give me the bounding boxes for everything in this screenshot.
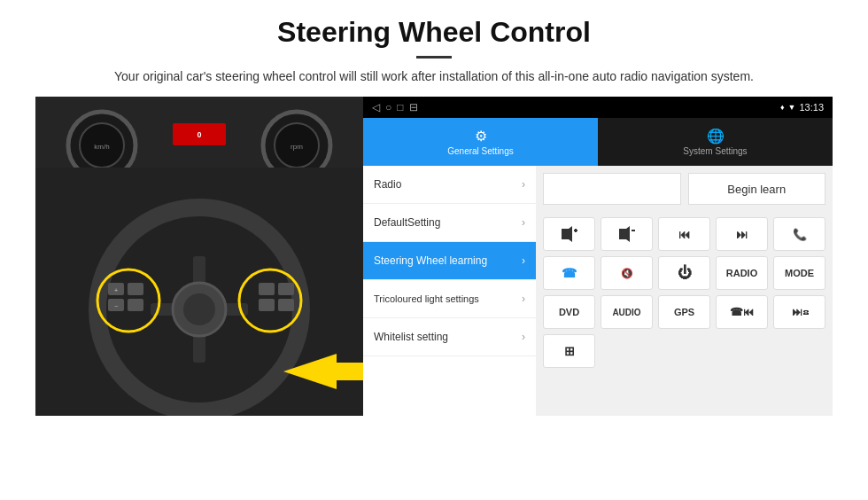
svg-text:−: − <box>114 303 118 309</box>
tab-system-settings[interactable]: 🌐 System Settings <box>598 118 833 166</box>
svg-text:+: + <box>114 287 118 293</box>
title-section: Steering Wheel Control Your original car… <box>35 16 833 86</box>
power-button[interactable]: ⏻ <box>658 256 710 290</box>
blank-input-box <box>543 173 681 205</box>
steering-wheel-photo: km/h rpm 0 <box>35 97 363 416</box>
time-display: 13:13 <box>799 102 824 113</box>
menu-item-tricoloured[interactable]: Tricoloured light settings › <box>363 280 536 318</box>
subtitle-text: Your original car's steering wheel contr… <box>35 67 833 86</box>
begin-learn-button[interactable]: Begin learn <box>688 173 826 205</box>
svg-text:km/h: km/h <box>94 143 109 151</box>
chevron-icon: › <box>522 216 525 229</box>
vol-down-button[interactable] <box>601 217 653 251</box>
next-track-button[interactable]: ⏭ <box>716 217 768 251</box>
menu-icon[interactable]: ⊟ <box>409 101 418 113</box>
tel-next-button[interactable]: ⏭☎ <box>773 295 825 329</box>
chevron-icon: › <box>522 331 525 343</box>
menu-content: Radio › DefaultSetting › Steering Wheel … <box>363 166 833 416</box>
tab-system-label: System Settings <box>683 146 747 156</box>
tab-general-label: General Settings <box>447 146 514 156</box>
mute-button[interactable]: 🔇 <box>601 256 653 290</box>
svg-rect-24 <box>259 283 275 295</box>
chevron-icon: › <box>522 293 525 305</box>
content-area: km/h rpm 0 <box>35 97 833 416</box>
home-icon[interactable]: ○ <box>385 101 391 113</box>
menu-item-radio[interactable]: Radio › <box>363 166 536 204</box>
mode-button[interactable]: MODE <box>773 256 825 290</box>
location-icon: ♦ <box>780 103 785 112</box>
svg-text:0: 0 <box>197 130 201 139</box>
menu-item-whitelist[interactable]: Whitelist setting › <box>363 318 536 356</box>
control-buttons-row2: ☎ 🔇 ⏻ RADIO MODE <box>536 256 833 295</box>
control-buttons-row1: ⏮ ⏭ 📞 <box>536 212 833 256</box>
recent-icon[interactable]: □ <box>397 101 403 113</box>
nav-icons: ◁ ○ □ ⊟ <box>372 101 418 113</box>
svg-rect-19 <box>128 283 143 295</box>
dvd-button[interactable]: DVD <box>543 295 595 329</box>
page-wrapper: Steering Wheel Control Your original car… <box>0 0 868 416</box>
tab-general-settings[interactable]: ⚙ General Settings <box>363 118 598 166</box>
tel-prev-button[interactable]: ☎⏮ <box>716 295 768 329</box>
page-title: Steering Wheel Control <box>35 16 833 49</box>
vol-up-button[interactable] <box>543 217 595 251</box>
back-icon[interactable]: ◁ <box>372 101 380 113</box>
settings-icon: ⚙ <box>475 128 487 145</box>
svg-rect-25 <box>259 299 275 311</box>
screen-button[interactable]: ⊞ <box>543 334 595 368</box>
chevron-icon: › <box>522 254 525 267</box>
svg-rect-20 <box>128 299 143 311</box>
radio-button[interactable]: RADIO <box>716 256 768 290</box>
svg-marker-32 <box>619 226 630 242</box>
audio-button[interactable]: AUDIO <box>601 295 653 329</box>
gps-button[interactable]: GPS <box>658 295 710 329</box>
signal-icon: ▼ <box>788 103 796 112</box>
svg-text:rpm: rpm <box>291 143 303 151</box>
title-divider <box>416 56 452 59</box>
tab-bar: ⚙ General Settings 🌐 System Settings <box>363 118 833 166</box>
answer-button[interactable]: ☎ <box>543 256 595 290</box>
menu-item-default[interactable]: DefaultSetting › <box>363 204 536 242</box>
status-indicators: ♦ ▼ 13:13 <box>780 102 824 113</box>
phone-button[interactable]: 📞 <box>773 217 825 251</box>
android-panel: ◁ ○ □ ⊟ ♦ ▼ 13:13 ⚙ General Settings <box>363 97 833 416</box>
svg-point-15 <box>183 293 215 325</box>
svg-marker-29 <box>562 226 572 242</box>
prev-track-button[interactable]: ⏮ <box>658 217 710 251</box>
menu-item-steering[interactable]: Steering Wheel learning › <box>363 242 536 280</box>
chevron-icon: › <box>522 178 525 191</box>
system-icon: 🌐 <box>707 128 725 145</box>
menu-list: Radio › DefaultSetting › Steering Wheel … <box>363 166 536 416</box>
svg-rect-27 <box>278 299 294 311</box>
steering-right-panel: Begin learn ⏮ ⏭ 📞 <box>536 166 833 416</box>
control-buttons-row4: ⊞ <box>536 334 833 373</box>
status-bar: ◁ ○ □ ⊟ ♦ ▼ 13:13 <box>363 97 833 118</box>
svg-rect-26 <box>278 283 294 295</box>
begin-learn-row: Begin learn <box>536 166 833 212</box>
control-buttons-row3: DVD AUDIO GPS ☎⏮ ⏭☎ <box>536 295 833 334</box>
